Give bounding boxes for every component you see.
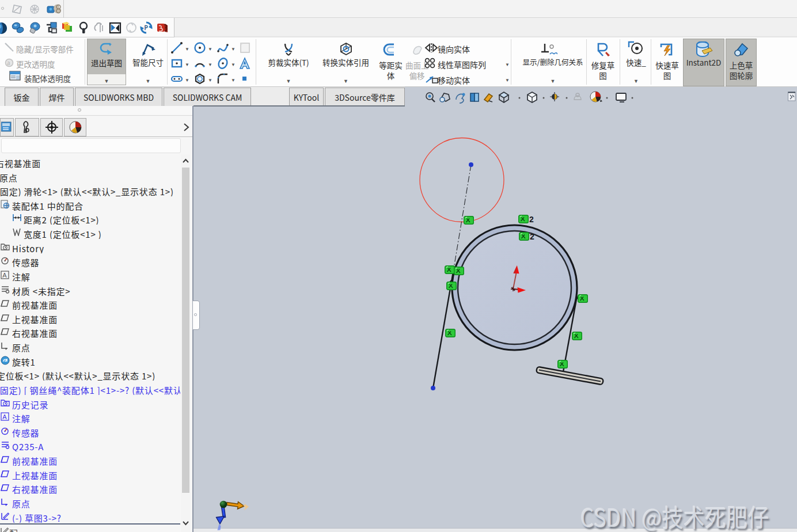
svg-text:A: A (2, 413, 7, 420)
svg-text:P: P (145, 23, 149, 32)
svg-text:A: A (2, 272, 7, 279)
svg-text:a: a (7, 58, 10, 67)
